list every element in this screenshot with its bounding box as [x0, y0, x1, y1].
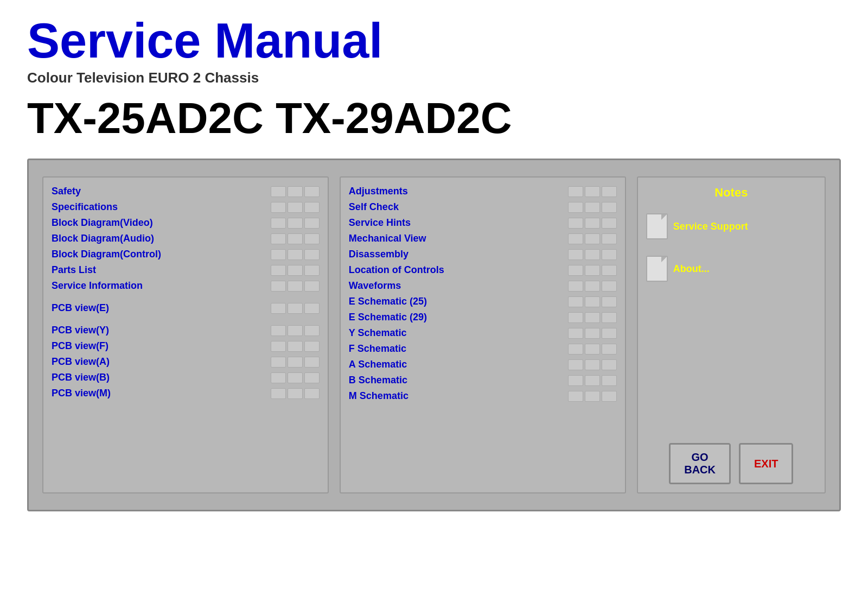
middle-menu-item[interactable]: Waveforms — [349, 280, 617, 292]
menu-item-buttons — [568, 375, 617, 386]
about-label: About... — [673, 263, 710, 275]
middle-menu-item[interactable]: Mechanical View — [349, 233, 617, 244]
model-number: TX-25AD2C TX-29AD2C — [27, 94, 841, 142]
left-menu-item-label: PCB view(B) — [52, 372, 110, 383]
middle-menu-item-label: Mechanical View — [349, 233, 426, 244]
middle-menu-item-label: B Schematic — [349, 375, 407, 386]
menu-item-buttons — [568, 233, 617, 244]
menu-item-buttons — [568, 249, 617, 260]
menu-item-buttons — [568, 296, 617, 307]
menu-item-buttons — [271, 186, 320, 197]
left-menu-item[interactable]: Block Diagram(Video) — [52, 217, 320, 229]
left-menu-item-label: Service Information — [52, 280, 143, 292]
left-menu-item-label: PCB view(M) — [52, 388, 111, 399]
menu-item-buttons — [271, 265, 320, 276]
middle-menu-item-label: F Schematic — [349, 343, 406, 355]
left-menu-item[interactable]: Service Information — [52, 280, 320, 292]
menu-item-buttons — [568, 186, 617, 197]
menu-item-buttons — [568, 265, 617, 276]
main-panel: SafetySpecificationsBlock Diagram(Video)… — [27, 159, 841, 511]
middle-menu-item[interactable]: Disassembly — [349, 249, 617, 260]
middle-menu-item[interactable]: A Schematic — [349, 359, 617, 370]
menu-item-buttons — [271, 372, 320, 383]
menu-item-buttons — [271, 303, 320, 314]
middle-menu-item[interactable]: B Schematic — [349, 375, 617, 386]
main-title: Service Manual — [27, 16, 841, 65]
middle-menu-item-label: Y Schematic — [349, 327, 407, 339]
middle-menu-item-label: Location of Controls — [349, 264, 444, 276]
menu-item-buttons — [568, 218, 617, 229]
middle-menu-item[interactable]: E Schematic (25) — [349, 296, 617, 307]
middle-menu-item-label: E Schematic (25) — [349, 296, 427, 307]
menu-item-buttons — [271, 388, 320, 399]
menu-item-buttons — [271, 357, 320, 368]
menu-item-buttons — [568, 312, 617, 323]
middle-menu-item-label: E Schematic (29) — [349, 312, 427, 323]
left-menu-item-label: Block Diagram(Video) — [52, 217, 153, 229]
left-menu-item-label: Safety — [52, 186, 81, 197]
left-menu-item-label: PCB view(F) — [52, 340, 108, 352]
middle-menu-item[interactable]: F Schematic — [349, 343, 617, 355]
middle-menu-item-label: Waveforms — [349, 280, 401, 292]
middle-menu-item-label: A Schematic — [349, 359, 407, 370]
middle-menu-item[interactable]: Location of Controls — [349, 264, 617, 276]
left-column: SafetySpecificationsBlock Diagram(Video)… — [42, 176, 329, 493]
about-icon — [646, 256, 668, 282]
bottom-buttons: GOBACK EXIT — [646, 432, 816, 484]
exit-button[interactable]: EXIT — [739, 443, 793, 484]
subtitle: Colour Television EURO 2 Chassis — [27, 69, 841, 86]
menu-item-buttons — [568, 202, 617, 213]
left-menu-item[interactable]: Parts List — [52, 264, 320, 276]
menu-item-buttons — [271, 249, 320, 260]
middle-column: AdjustmentsSelf CheckService HintsMechan… — [340, 176, 626, 493]
notes-title: Notes — [646, 186, 816, 200]
right-column: Notes Service Support — [637, 176, 826, 493]
middle-menu-item-label: Service Hints — [349, 217, 411, 229]
menu-item-buttons — [271, 325, 320, 336]
menu-item-buttons — [568, 344, 617, 355]
left-menu-item[interactable]: PCB view(B) — [52, 372, 320, 383]
service-support-icon — [646, 213, 668, 239]
middle-menu-item-label: M Schematic — [349, 390, 409, 402]
go-back-button[interactable]: GOBACK — [669, 443, 731, 484]
about-button[interactable]: About... — [646, 256, 816, 282]
middle-menu-item-label: Adjustments — [349, 186, 408, 197]
left-menu-item-label: Specifications — [52, 201, 118, 213]
service-support-label: Service Support — [673, 221, 748, 232]
menu-item-buttons — [271, 341, 320, 352]
left-menu-item[interactable]: Block Diagram(Control) — [52, 249, 320, 260]
middle-menu-item[interactable]: E Schematic (29) — [349, 312, 617, 323]
middle-menu-item[interactable]: Self Check — [349, 201, 617, 213]
left-menu-item-label: Parts List — [52, 264, 96, 276]
left-menu-item-label: PCB view(A) — [52, 356, 110, 368]
left-menu-item[interactable]: Safety — [52, 186, 320, 197]
left-menu-item[interactable]: Block Diagram(Audio) — [52, 233, 320, 244]
middle-menu-item[interactable]: Service Hints — [349, 217, 617, 229]
left-menu-item[interactable]: PCB view(A) — [52, 356, 320, 368]
left-menu-item-label: Block Diagram(Control) — [52, 249, 161, 260]
header: Service Manual Colour Television EURO 2 … — [0, 0, 868, 148]
menu-item-buttons — [568, 391, 617, 402]
menu-item-buttons — [271, 233, 320, 244]
middle-menu-item-label: Disassembly — [349, 249, 409, 260]
middle-menu-item-label: Self Check — [349, 201, 399, 213]
menu-item-buttons — [271, 218, 320, 229]
left-menu-item[interactable]: Specifications — [52, 201, 320, 213]
middle-menu-item[interactable]: M Schematic — [349, 390, 617, 402]
service-support-button[interactable]: Service Support — [646, 213, 816, 239]
left-menu-item[interactable]: PCB view(Y) — [52, 325, 320, 336]
menu-item-buttons — [568, 359, 617, 370]
left-menu-item[interactable]: PCB view(M) — [52, 388, 320, 399]
left-menu-item-label: PCB view(E) — [52, 302, 109, 314]
menu-item-buttons — [568, 281, 617, 292]
middle-menu-item[interactable]: Adjustments — [349, 186, 617, 197]
left-menu-item-label: PCB view(Y) — [52, 325, 109, 336]
middle-menu-item[interactable]: Y Schematic — [349, 327, 617, 339]
menu-item-buttons — [271, 281, 320, 292]
left-menu-item-label: Block Diagram(Audio) — [52, 233, 154, 244]
left-menu-item[interactable]: PCB view(E) — [52, 302, 320, 314]
left-menu-item[interactable]: PCB view(F) — [52, 340, 320, 352]
menu-item-buttons — [271, 202, 320, 213]
menu-item-buttons — [568, 328, 617, 339]
